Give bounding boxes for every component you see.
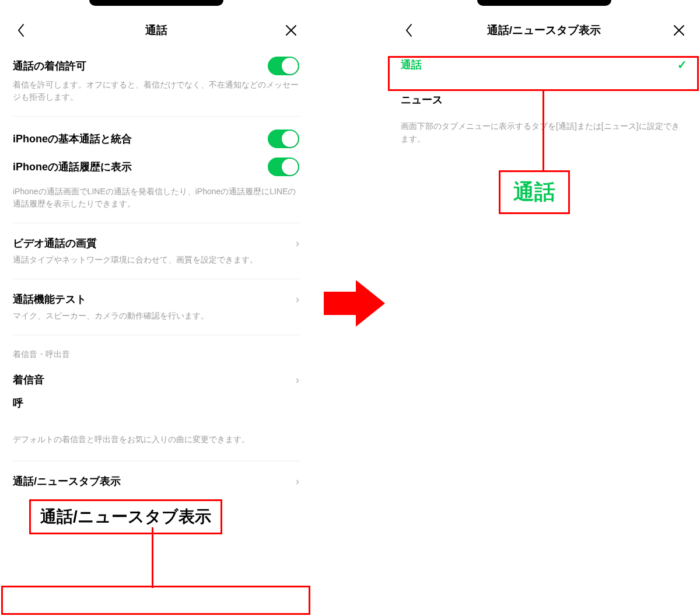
row-callout-sound[interactable]: 呼 デフォルトの着信音と呼出音をお気に入りの曲に変更できます。 [13,393,299,455]
page-title: 通話/ニュースタブ表示 [487,23,601,38]
header: 通話/ニュースタブ表示 [388,0,700,47]
connector-line [152,527,153,588]
row-desc: マイク、スピーカー、カメラの動作確認を行います。 [13,310,299,322]
highlight-selected-option [388,56,699,91]
row-label: iPhoneの通話履歴に表示 [13,160,132,174]
chevron-left-icon [16,23,26,37]
row-desc: デフォルトの着信音と呼出音をお気に入りの曲に変更できます。 [13,433,299,446]
toggle-iphone-integration[interactable] [268,130,299,148]
highlight-tab-display-row [1,586,310,615]
row-iphone-integration[interactable]: iPhoneの基本通話と統合 [13,120,299,153]
row-desc: iPhoneの通話画面でLINEの通話を発着信したり、iPhoneの通話履歴にL… [13,186,299,210]
close-icon [673,24,685,37]
content: 通話の着信許可 着信を許可します。オフにすると、着信だけでなく、不在通知などのメ… [0,47,312,498]
close-button[interactable] [283,22,299,38]
back-button[interactable] [401,22,417,38]
divider [13,461,299,461]
callout-call-selected: 通話 [499,170,570,214]
chevron-right-icon: › [296,293,299,306]
chevron-left-icon [404,23,414,37]
connector-line [542,91,544,170]
toggle-incoming[interactable] [268,57,299,75]
section-label: 着信音・呼出音 [13,339,299,363]
row-desc: 着信を許可します。オフにすると、着信だけでなく、不在通知などのメッセージも拒否し… [13,79,299,103]
chevron-right-icon: › [296,237,299,250]
divider [13,279,299,279]
row-label: 通話機能テスト [13,292,86,306]
callout-text: 通話/ニュースタブ表示 [40,508,211,526]
divider [13,335,299,335]
row-incoming-permission[interactable]: 通話の着信許可 着信を許可します。オフにすると、着信だけでなく、不在通知などのメ… [13,47,299,113]
row-label: 通話の着信許可 [13,59,86,73]
row-video-quality[interactable]: ビデオ通話の画質 › 通話タイプやネットワーク環境に合わせて、画質を設定できます… [13,227,299,275]
page-title: 通話 [145,23,167,38]
back-button[interactable] [13,22,29,38]
row-label: 通話/ニュースタブ表示 [13,474,121,488]
row-ringtone[interactable]: 着信音 › [13,363,299,393]
divider [13,116,299,117]
close-button[interactable] [671,22,687,38]
callout-text: 通話 [513,180,555,204]
chevron-right-icon: › [296,475,299,488]
toggle-iphone-history[interactable] [268,158,299,176]
close-icon [285,24,298,37]
row-iphone-history[interactable]: iPhoneの通話履歴に表示 iPhoneの通話画面でLINEの通話を発着信した… [13,153,299,219]
option-label: ニュース [401,93,443,107]
row-label: 着信音 [13,373,44,387]
chevron-right-icon: › [296,374,299,386]
row-label: iPhoneの基本通話と統合 [13,132,132,146]
row-desc: 通話タイプやネットワーク環境に合わせて、画質を設定できます。 [13,254,299,266]
arrow-icon [318,274,388,332]
callout-tab-display: 通話/ニュースタブ表示 [29,499,222,534]
row-call-test[interactable]: 通話機能テスト › マイク、スピーカー、カメラの動作確認を行います。 [13,283,299,331]
divider [13,223,299,223]
row-label: 呼 [13,396,23,410]
row-tab-display[interactable]: 通話/ニュースタブ表示 › [13,465,299,498]
row-label: ビデオ通話の画質 [13,236,97,250]
header: 通話 [0,0,312,47]
